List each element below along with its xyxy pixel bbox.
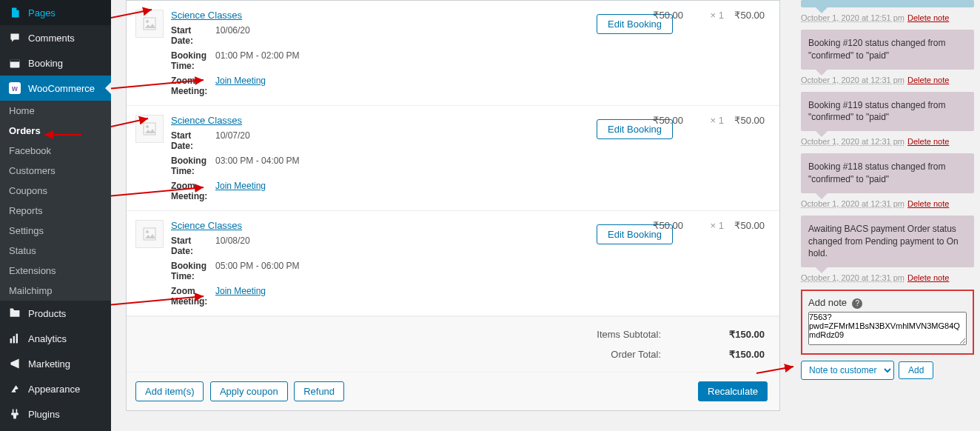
product-thumbnail <box>135 10 164 38</box>
sidebar-item-analytics[interactable]: Analytics <box>0 326 111 351</box>
svg-point-13 <box>146 230 149 233</box>
pages-icon <box>7 5 22 20</box>
booking-time-label: Booking Time: <box>171 156 215 176</box>
admin-sidebar: PagesCommentsBooking w WooCommerce HomeO… <box>0 0 111 431</box>
zoom-meeting-label: Zoom Meeting: <box>171 286 215 307</box>
sidebar-label: Plugins <box>28 409 60 420</box>
recalculate-button[interactable]: Recalculate <box>698 381 768 401</box>
submenu-item-mailchimp[interactable]: Mailchimp <box>0 281 111 301</box>
svg-text:w: w <box>11 84 18 93</box>
delete-note-link[interactable]: Delete note <box>907 199 949 208</box>
submenu-item-extensions[interactable]: Extensions <box>0 261 111 281</box>
item-total: ₹50.00 <box>724 10 765 21</box>
item-cost: ₹50.00 <box>642 10 683 21</box>
booking-time-label: Booking Time: <box>171 261 215 281</box>
sidebar-item-products[interactable]: Products <box>0 301 111 326</box>
sidebar-item-marketing[interactable]: Marketing <box>0 351 111 376</box>
sidebar-label: Booking <box>28 58 63 69</box>
marketing-icon <box>7 356 22 371</box>
sidebar-item-booking[interactable]: Booking <box>0 50 111 76</box>
product-thumbnail <box>135 220 164 248</box>
start-date-value: 10/07/20 <box>215 130 250 151</box>
booking-time-value: 03:00 PM - 04:00 PM <box>215 156 299 176</box>
comments-icon <box>7 30 22 45</box>
note-type-select[interactable]: Note to customer <box>801 361 894 380</box>
add-note-label: Add note <box>808 297 847 308</box>
svg-line-19 <box>756 367 793 373</box>
add-note-textarea[interactable] <box>808 312 967 345</box>
delete-note-link[interactable]: Delete note <box>907 13 949 22</box>
item-qty: × 1 <box>683 220 724 231</box>
sidebar-item-plugins[interactable]: Plugins <box>0 401 111 427</box>
add-items-button[interactable]: Add item(s) <box>135 381 204 401</box>
order-note: October 1, 2020 at 12:51 pmDelete note <box>801 0 974 22</box>
booking-time-value: 01:00 PM - 02:00 PM <box>215 50 299 71</box>
submenu-item-customers[interactable]: Customers <box>0 161 111 181</box>
sidebar-label: Marketing <box>28 358 70 370</box>
order-note: Booking #118 status changed from "confir… <box>801 153 974 208</box>
submenu-item-status[interactable]: Status <box>0 241 111 261</box>
svg-rect-1 <box>10 59 20 61</box>
add-note-button[interactable]: Add <box>899 361 933 379</box>
annotation-arrow <box>756 362 801 377</box>
submenu-item-coupons[interactable]: Coupons <box>0 181 111 201</box>
zoom-meeting-label: Zoom Meeting: <box>171 181 215 201</box>
note-text <box>801 0 974 7</box>
order-item-row: Science Classes Start Date:10/08/20 Book… <box>127 211 779 316</box>
item-qty: × 1 <box>683 115 724 126</box>
submenu-item-home[interactable]: Home <box>0 101 111 121</box>
submenu-item-settings[interactable]: Settings <box>0 221 111 241</box>
start-date-label: Start Date: <box>171 25 215 46</box>
item-total: ₹50.00 <box>724 220 765 231</box>
order-items-table: Science Classes Start Date:10/06/20 Book… <box>126 0 780 411</box>
refund-button[interactable]: Refund <box>294 381 344 401</box>
join-meeting-link[interactable]: Join Meeting <box>215 181 266 201</box>
note-text: Booking #118 status changed from "confir… <box>801 153 974 193</box>
woocommerce-submenu: HomeOrdersFacebookCustomersCouponsReport… <box>0 101 111 301</box>
join-meeting-link[interactable]: Join Meeting <box>215 76 266 96</box>
order-total-label: Order Total: <box>572 349 661 360</box>
start-date-value: 10/08/20 <box>215 235 250 256</box>
sidebar-item-pages[interactable]: Pages <box>0 0 111 25</box>
submenu-item-facebook[interactable]: Facebook <box>0 141 111 161</box>
add-note-box: Add note ? <box>801 290 974 355</box>
delete-note-link[interactable]: Delete note <box>907 76 949 84</box>
delete-note-link[interactable]: Delete note <box>907 273 949 282</box>
sidebar-item-woocommerce[interactable]: w WooCommerce <box>0 76 111 101</box>
booking-time-label: Booking Time: <box>171 50 215 71</box>
note-text: Booking #120 status changed from "confir… <box>801 30 974 70</box>
item-total: ₹50.00 <box>724 115 765 126</box>
product-name-link[interactable]: Science Classes <box>171 220 242 231</box>
booking-time-value: 05:00 PM - 06:00 PM <box>215 261 299 281</box>
order-notes-panel: October 1, 2020 at 12:51 pmDelete note B… <box>795 0 980 431</box>
delete-note-link[interactable]: Delete note <box>907 137 949 146</box>
order-note: Awaiting BACS payment Order status chang… <box>801 216 974 282</box>
note-timestamp: October 1, 2020 at 12:31 pm <box>801 137 905 146</box>
sidebar-item-appearance[interactable]: Appearance <box>0 376 111 401</box>
help-icon[interactable]: ? <box>852 298 862 309</box>
note-timestamp: October 1, 2020 at 12:31 pm <box>801 273 905 282</box>
apply-coupon-button[interactable]: Apply coupon <box>210 381 288 401</box>
submenu-item-reports[interactable]: Reports <box>0 201 111 221</box>
join-meeting-link[interactable]: Join Meeting <box>215 286 266 307</box>
start-date-label: Start Date: <box>171 130 215 151</box>
start-date-label: Start Date: <box>171 235 215 256</box>
order-item-row: Science Classes Start Date:10/06/20 Book… <box>127 1 779 106</box>
item-cost: ₹50.00 <box>642 220 683 231</box>
sidebar-item-users[interactable]: Users <box>0 427 111 431</box>
item-cost: ₹50.00 <box>642 115 683 126</box>
sidebar-item-comments[interactable]: Comments <box>0 25 111 50</box>
submenu-item-orders[interactable]: Orders <box>0 121 111 141</box>
analytics-icon <box>7 331 22 346</box>
start-date-value: 10/06/20 <box>215 25 250 46</box>
svg-point-9 <box>146 20 149 23</box>
order-note: Booking #119 status changed from "confir… <box>801 92 974 147</box>
item-qty: × 1 <box>683 10 724 21</box>
order-note: Booking #120 status changed from "confir… <box>801 30 974 84</box>
sidebar-label: WooCommerce <box>28 83 95 94</box>
woocommerce-icon: w <box>7 81 22 96</box>
product-name-link[interactable]: Science Classes <box>171 115 242 126</box>
order-total-value: ₹150.00 <box>661 349 765 360</box>
zoom-meeting-label: Zoom Meeting: <box>171 76 215 96</box>
product-name-link[interactable]: Science Classes <box>171 10 242 21</box>
